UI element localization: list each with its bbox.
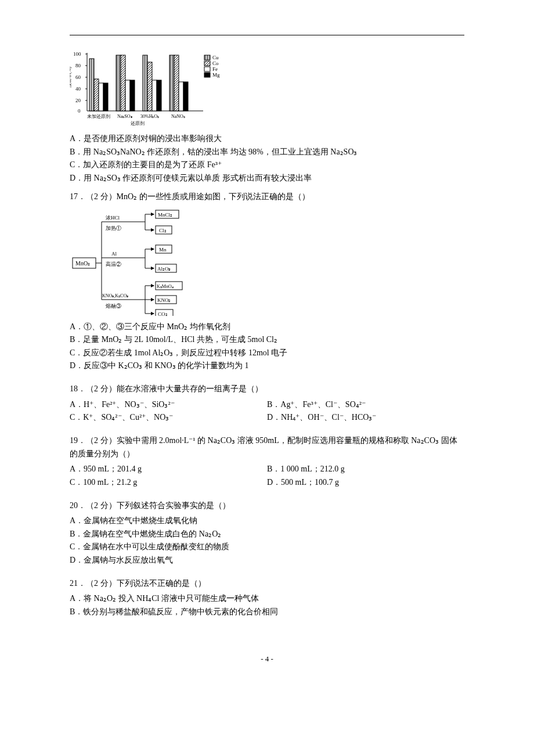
q19-option-b: B．1 000 mL；212.0 g	[267, 463, 464, 476]
q19-option-d: D．500 mL；100.7 g	[267, 476, 464, 489]
q20-option-a: A．金属钠在空气中燃烧生成氧化钠	[70, 514, 464, 527]
q18-option-c: C．K⁺、SO₄²⁻、Cu²⁺、NO₃⁻	[70, 411, 267, 424]
svg-text:浓HCl: 浓HCl	[106, 215, 120, 221]
svg-text:100: 100	[73, 51, 81, 57]
q19-option-c: C．100 mL；21.2 g	[70, 476, 267, 489]
q17-option-d: D．反应③中 K₂CO₃ 和 KNO₃ 的化学计量数均为 1	[70, 359, 464, 372]
svg-rect-16	[99, 83, 103, 111]
svg-rect-30	[204, 55, 210, 60]
svg-text:Mg: Mg	[212, 72, 220, 78]
q21-option-b: B．铁分别与稀盐酸和硫反应，产物中铁元素的化合价相同	[70, 606, 464, 618]
page-content: 100 80 60 40 20 0 浸出率(%)	[0, 0, 534, 689]
q18-stem: 18．（2 分）能在水溶液中大量共存的一组离子是（）	[70, 383, 464, 395]
svg-text:KNO₃,K₂CO₃: KNO₃,K₂CO₃	[102, 293, 128, 298]
svg-text:Na₂SO₃: Na₂SO₃	[117, 114, 132, 119]
svg-text:KNO₂: KNO₂	[157, 297, 171, 303]
q16-option-a: A．是否使用还原剂对铜的浸出率影响很大	[70, 132, 464, 145]
svg-text:Co: Co	[212, 60, 219, 66]
svg-rect-21	[130, 80, 135, 111]
bar-chart-svg: 100 80 60 40 20 0 浸出率(%)	[70, 47, 232, 128]
svg-rect-32	[204, 61, 210, 66]
svg-text:Al₂O₃: Al₂O₃	[157, 266, 171, 272]
svg-rect-17	[103, 83, 108, 111]
q21: 21．（2 分）下列说法不正确的是（） A．将 Na₂O₂ 投入 NH₄Cl 溶…	[70, 577, 464, 618]
q20-option-c: C．金属钠在水中可以生成使酚酞变红的物质	[70, 541, 464, 553]
q19-option-a: A．950 mL；201.4 g	[70, 463, 267, 476]
svg-text:80: 80	[75, 63, 81, 69]
svg-rect-23	[147, 62, 152, 111]
svg-text:高温②: 高温②	[106, 261, 121, 267]
svg-text:熔融③: 熔融③	[106, 303, 121, 309]
svg-text:MnO₂: MnO₂	[75, 260, 90, 267]
q18: 18．（2 分）能在水溶液中大量共存的一组离子是（） A．H⁺、Fe²⁺、NO₃…	[70, 383, 464, 424]
q16-option-b: B．用 Na₂SO₃NaNO₂ 作还原剂，钴的浸出率 均达 98%，但工业上宜选…	[70, 146, 464, 159]
svg-rect-24	[152, 80, 157, 111]
q17-option-b: B．足量 MnO₂ 与 2L 10mol/L、HCl 共热，可生成 5mol C…	[70, 333, 464, 346]
svg-rect-27	[174, 55, 179, 111]
q20: 20．（2 分）下列叙述符合实验事实的是（） A．金属钠在空气中燃烧生成氧化钠 …	[70, 499, 464, 567]
svg-rect-28	[179, 82, 183, 111]
svg-text:0: 0	[78, 108, 81, 114]
q16-option-d: D．用 Na₂SO₃ 作还原剂可使镁元素以单质 形式析出而有较大浸出率	[70, 172, 464, 185]
svg-text:40: 40	[75, 86, 81, 92]
svg-rect-20	[125, 80, 130, 111]
svg-rect-14	[89, 59, 94, 111]
q20-option-d: D．金属钠与水反应放出氧气	[70, 554, 464, 567]
q19: 19．（2 分）实验中需用 2.0mol·L⁻¹ 的 Na₂CO₃ 溶液 950…	[70, 434, 464, 489]
q17-stem: 17．（2 分）MnO₂ 的一些性质或用途如图，下列说法正确的是（）	[70, 190, 464, 203]
svg-rect-26	[169, 55, 174, 111]
svg-rect-25	[157, 80, 161, 111]
svg-text:20: 20	[75, 98, 81, 103]
svg-text:MnCl₂: MnCl₂	[158, 212, 172, 218]
svg-text:Cl₂: Cl₂	[159, 228, 167, 233]
q20-option-b: B．金属钠在空气中燃烧生成白色的 Na₂O₂	[70, 528, 464, 541]
page-number: - 4 -	[70, 653, 464, 665]
q19-stem: 19．（2 分）实验中需用 2.0mol·L⁻¹ 的 Na₂CO₃ 溶液 950…	[70, 434, 464, 460]
svg-text:Cu: Cu	[212, 55, 219, 60]
horizontal-rule	[70, 35, 464, 35]
q18-option-a: A．H⁺、Fe²⁺、NO₃⁻、SiO₃²⁻	[70, 398, 267, 411]
flow-chart-figure: MnO₂ 浓HCl 加热① MnCl₂ Cl₂ Al 高温② Mn	[70, 206, 215, 316]
svg-text:NaNO₂: NaNO₂	[171, 114, 185, 119]
svg-rect-18	[116, 55, 121, 111]
svg-rect-15	[94, 79, 99, 111]
svg-text:30%H₂O₂: 30%H₂O₂	[140, 114, 159, 119]
q17-option-c: C．反应②若生成 1mol Al₂O₃，则反应过程中转移 12mol 电子	[70, 347, 464, 359]
svg-text:加热①: 加热①	[106, 225, 121, 231]
svg-text:K₂MnO₄: K₂MnO₄	[157, 284, 174, 289]
bar-chart-figure: 100 80 60 40 20 0 浸出率(%)	[70, 47, 232, 128]
xlabel-1: 未加还原剂	[87, 114, 110, 119]
q20-stem: 20．（2 分）下列叙述符合实验事实的是（）	[70, 499, 464, 512]
svg-rect-29	[183, 82, 188, 111]
svg-text:CO₂: CO₂	[158, 311, 168, 316]
q17: 17．（2 分）MnO₂ 的一些性质或用途如图，下列说法正确的是（） MnO₂ …	[70, 190, 464, 372]
svg-rect-22	[143, 55, 147, 111]
svg-text:Mn: Mn	[159, 247, 167, 253]
q18-option-b: B．Ag⁺、Fe³⁺、Cl⁻、SO₄²⁻	[267, 398, 464, 411]
svg-rect-36	[204, 73, 210, 77]
q17-option-a: A．①、②、③三个反应中 MnO₂ 均作氧化剂	[70, 321, 464, 333]
q18-option-d: D．NH₄⁺、OH⁻、Cl⁻、HCO₃⁻	[267, 411, 464, 424]
q21-stem: 21．（2 分）下列说法不正确的是（）	[70, 577, 464, 590]
q16-option-c: C．加入还原剂的主要目的是为了还原 Fe³⁺	[70, 159, 464, 171]
svg-text:Al: Al	[111, 251, 117, 257]
q21-option-a: A．将 Na₂O₂ 投入 NH₄Cl 溶液中只可能生成一种气体	[70, 592, 464, 605]
svg-rect-34	[204, 67, 210, 71]
svg-text:还原剂: 还原剂	[131, 121, 145, 126]
svg-text:Fe: Fe	[212, 66, 218, 72]
svg-text:60: 60	[75, 74, 81, 80]
svg-text:浸出率(%): 浸出率(%)	[70, 67, 72, 88]
svg-rect-19	[121, 55, 125, 111]
